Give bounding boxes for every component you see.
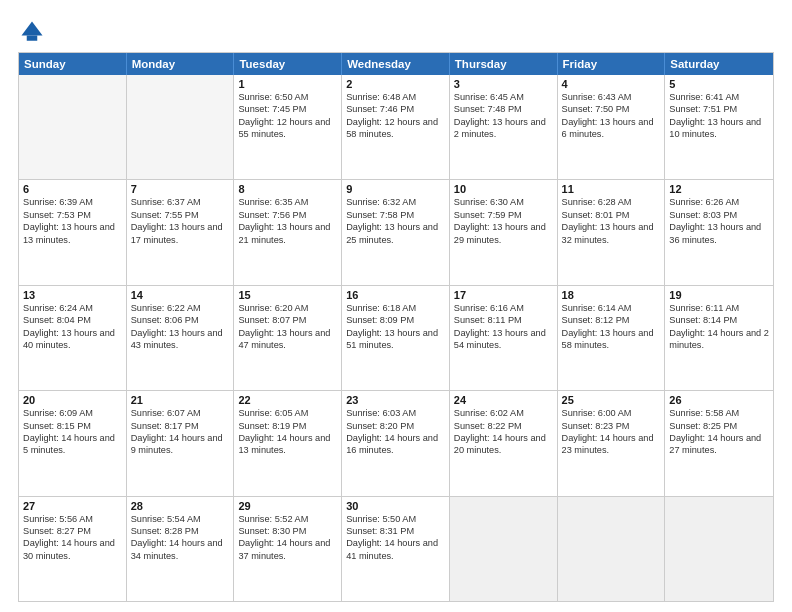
sunset-text: Sunset: 7:59 PM xyxy=(454,209,553,221)
calendar-cell-17: 17Sunrise: 6:16 AMSunset: 8:11 PMDayligh… xyxy=(450,286,558,390)
calendar-cell-26: 26Sunrise: 5:58 AMSunset: 8:25 PMDayligh… xyxy=(665,391,773,495)
day-number: 12 xyxy=(669,183,769,195)
day-number: 24 xyxy=(454,394,553,406)
daylight-text: Daylight: 13 hours and 54 minutes. xyxy=(454,327,553,352)
sunrise-text: Sunrise: 6:03 AM xyxy=(346,407,445,419)
day-number: 13 xyxy=(23,289,122,301)
weekday-header-monday: Monday xyxy=(127,53,235,75)
calendar-cell-10: 10Sunrise: 6:30 AMSunset: 7:59 PMDayligh… xyxy=(450,180,558,284)
calendar-cell-16: 16Sunrise: 6:18 AMSunset: 8:09 PMDayligh… xyxy=(342,286,450,390)
sunrise-text: Sunrise: 6:43 AM xyxy=(562,91,661,103)
sunrise-text: Sunrise: 6:41 AM xyxy=(669,91,769,103)
weekday-header-wednesday: Wednesday xyxy=(342,53,450,75)
daylight-text: Daylight: 14 hours and 37 minutes. xyxy=(238,537,337,562)
calendar-cell-29: 29Sunrise: 5:52 AMSunset: 8:30 PMDayligh… xyxy=(234,497,342,601)
day-number: 18 xyxy=(562,289,661,301)
sunset-text: Sunset: 7:45 PM xyxy=(238,103,337,115)
calendar-cell-30: 30Sunrise: 5:50 AMSunset: 8:31 PMDayligh… xyxy=(342,497,450,601)
daylight-text: Daylight: 13 hours and 13 minutes. xyxy=(23,221,122,246)
sunrise-text: Sunrise: 6:48 AM xyxy=(346,91,445,103)
calendar-cell-15: 15Sunrise: 6:20 AMSunset: 8:07 PMDayligh… xyxy=(234,286,342,390)
calendar-cell-27: 27Sunrise: 5:56 AMSunset: 8:27 PMDayligh… xyxy=(19,497,127,601)
sunset-text: Sunset: 8:12 PM xyxy=(562,314,661,326)
calendar-header: SundayMondayTuesdayWednesdayThursdayFrid… xyxy=(19,53,773,75)
calendar-cell-18: 18Sunrise: 6:14 AMSunset: 8:12 PMDayligh… xyxy=(558,286,666,390)
sunrise-text: Sunrise: 6:32 AM xyxy=(346,196,445,208)
daylight-text: Daylight: 14 hours and 23 minutes. xyxy=(562,432,661,457)
daylight-text: Daylight: 13 hours and 58 minutes. xyxy=(562,327,661,352)
daylight-text: Daylight: 14 hours and 20 minutes. xyxy=(454,432,553,457)
daylight-text: Daylight: 13 hours and 10 minutes. xyxy=(669,116,769,141)
day-number: 20 xyxy=(23,394,122,406)
calendar-cell-9: 9Sunrise: 6:32 AMSunset: 7:58 PMDaylight… xyxy=(342,180,450,284)
sunset-text: Sunset: 7:46 PM xyxy=(346,103,445,115)
calendar-body: 1Sunrise: 6:50 AMSunset: 7:45 PMDaylight… xyxy=(19,75,773,601)
day-number: 9 xyxy=(346,183,445,195)
sunset-text: Sunset: 8:30 PM xyxy=(238,525,337,537)
calendar-row-1: 1Sunrise: 6:50 AMSunset: 7:45 PMDaylight… xyxy=(19,75,773,180)
day-number: 21 xyxy=(131,394,230,406)
svg-marker-0 xyxy=(22,22,43,36)
calendar-cell-6: 6Sunrise: 6:39 AMSunset: 7:53 PMDaylight… xyxy=(19,180,127,284)
header xyxy=(18,18,774,46)
sunrise-text: Sunrise: 6:28 AM xyxy=(562,196,661,208)
weekday-header-sunday: Sunday xyxy=(19,53,127,75)
day-number: 19 xyxy=(669,289,769,301)
sunrise-text: Sunrise: 6:35 AM xyxy=(238,196,337,208)
day-number: 11 xyxy=(562,183,661,195)
calendar-cell-7: 7Sunrise: 6:37 AMSunset: 7:55 PMDaylight… xyxy=(127,180,235,284)
calendar-cell-23: 23Sunrise: 6:03 AMSunset: 8:20 PMDayligh… xyxy=(342,391,450,495)
day-number: 3 xyxy=(454,78,553,90)
daylight-text: Daylight: 14 hours and 2 minutes. xyxy=(669,327,769,352)
svg-rect-1 xyxy=(27,36,38,41)
calendar-cell-14: 14Sunrise: 6:22 AMSunset: 8:06 PMDayligh… xyxy=(127,286,235,390)
sunrise-text: Sunrise: 5:50 AM xyxy=(346,513,445,525)
daylight-text: Daylight: 13 hours and 43 minutes. xyxy=(131,327,230,352)
sunset-text: Sunset: 8:03 PM xyxy=(669,209,769,221)
calendar-cell-12: 12Sunrise: 6:26 AMSunset: 8:03 PMDayligh… xyxy=(665,180,773,284)
sunrise-text: Sunrise: 6:50 AM xyxy=(238,91,337,103)
day-number: 14 xyxy=(131,289,230,301)
sunset-text: Sunset: 8:28 PM xyxy=(131,525,230,537)
sunrise-text: Sunrise: 6:26 AM xyxy=(669,196,769,208)
day-number: 30 xyxy=(346,500,445,512)
sunset-text: Sunset: 8:09 PM xyxy=(346,314,445,326)
logo-icon xyxy=(18,18,46,46)
sunrise-text: Sunrise: 6:39 AM xyxy=(23,196,122,208)
sunrise-text: Sunrise: 6:45 AM xyxy=(454,91,553,103)
day-number: 16 xyxy=(346,289,445,301)
calendar-cell-13: 13Sunrise: 6:24 AMSunset: 8:04 PMDayligh… xyxy=(19,286,127,390)
day-number: 29 xyxy=(238,500,337,512)
sunrise-text: Sunrise: 5:52 AM xyxy=(238,513,337,525)
sunset-text: Sunset: 7:53 PM xyxy=(23,209,122,221)
calendar-cell-22: 22Sunrise: 6:05 AMSunset: 8:19 PMDayligh… xyxy=(234,391,342,495)
sunrise-text: Sunrise: 6:02 AM xyxy=(454,407,553,419)
sunset-text: Sunset: 8:14 PM xyxy=(669,314,769,326)
daylight-text: Daylight: 14 hours and 16 minutes. xyxy=(346,432,445,457)
sunrise-text: Sunrise: 6:00 AM xyxy=(562,407,661,419)
sunrise-text: Sunrise: 5:58 AM xyxy=(669,407,769,419)
calendar-cell-empty-w0c0 xyxy=(19,75,127,179)
weekday-header-thursday: Thursday xyxy=(450,53,558,75)
sunset-text: Sunset: 8:19 PM xyxy=(238,420,337,432)
sunset-text: Sunset: 8:23 PM xyxy=(562,420,661,432)
daylight-text: Daylight: 14 hours and 27 minutes. xyxy=(669,432,769,457)
calendar-cell-28: 28Sunrise: 5:54 AMSunset: 8:28 PMDayligh… xyxy=(127,497,235,601)
calendar-cell-11: 11Sunrise: 6:28 AMSunset: 8:01 PMDayligh… xyxy=(558,180,666,284)
day-number: 10 xyxy=(454,183,553,195)
calendar-cell-empty-w4c4 xyxy=(450,497,558,601)
daylight-text: Daylight: 14 hours and 13 minutes. xyxy=(238,432,337,457)
day-number: 4 xyxy=(562,78,661,90)
day-number: 23 xyxy=(346,394,445,406)
daylight-text: Daylight: 13 hours and 17 minutes. xyxy=(131,221,230,246)
calendar-row-2: 6Sunrise: 6:39 AMSunset: 7:53 PMDaylight… xyxy=(19,180,773,285)
calendar-cell-24: 24Sunrise: 6:02 AMSunset: 8:22 PMDayligh… xyxy=(450,391,558,495)
daylight-text: Daylight: 14 hours and 34 minutes. xyxy=(131,537,230,562)
daylight-text: Daylight: 13 hours and 36 minutes. xyxy=(669,221,769,246)
day-number: 28 xyxy=(131,500,230,512)
calendar-row-4: 20Sunrise: 6:09 AMSunset: 8:15 PMDayligh… xyxy=(19,391,773,496)
sunset-text: Sunset: 7:58 PM xyxy=(346,209,445,221)
daylight-text: Daylight: 14 hours and 41 minutes. xyxy=(346,537,445,562)
sunrise-text: Sunrise: 6:11 AM xyxy=(669,302,769,314)
sunrise-text: Sunrise: 6:05 AM xyxy=(238,407,337,419)
